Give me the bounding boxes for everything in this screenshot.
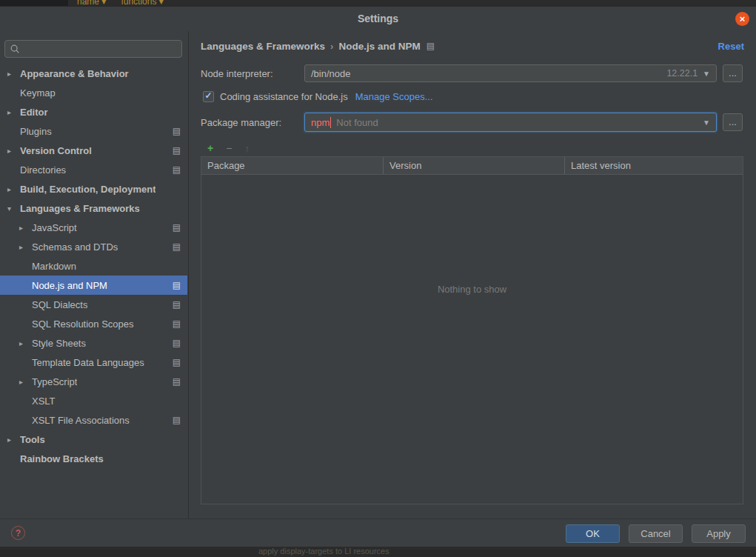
move-up-icon[interactable]: ↑ — [244, 144, 250, 153]
sidebar-item-version-control[interactable]: ▸Version Control▤ — [0, 141, 187, 160]
reset-link[interactable]: Reset — [718, 41, 744, 52]
settings-search-box[interactable] — [4, 40, 182, 58]
sidebar-item-label: Style Sheets — [32, 338, 86, 349]
sidebar-item-template-data-languages[interactable]: Template Data Languages▤ — [0, 353, 187, 372]
page-icon: ▤ — [173, 300, 181, 309]
package-manager-more-button[interactable]: ... — [723, 113, 743, 131]
page-icon: ▤ — [173, 358, 181, 367]
chevron-down-icon[interactable]: ▼ — [703, 119, 710, 127]
coding-assistance-label: Coding assistance for Node.js — [220, 91, 348, 102]
column-header-package[interactable]: Package — [201, 157, 384, 174]
column-header-version[interactable]: Version — [384, 157, 565, 174]
sidebar-item-label: Directories — [20, 164, 66, 176]
coding-assistance-row: ✓ Coding assistance for Node.js Manage S… — [203, 90, 433, 103]
sidebar-item-schemas-and-dtds[interactable]: ▸Schemas and DTDs▤ — [0, 237, 187, 256]
sidebar-item-editor[interactable]: ▸Editor — [0, 102, 187, 121]
chevron-right-icon[interactable]: ▸ — [19, 339, 32, 347]
background-top-strip: name ▾ functions ▾ — [0, 0, 756, 7]
help-icon: ? — [16, 528, 21, 538]
ok-button[interactable]: OK — [566, 524, 620, 543]
chevron-right-icon[interactable]: ▸ — [7, 436, 20, 444]
remove-package-icon[interactable]: − — [226, 143, 232, 153]
chevron-right-icon[interactable]: ▸ — [7, 108, 20, 116]
node-interpreter-combobox[interactable]: /bin/node 12.22.1 ▼ — [304, 64, 717, 82]
sidebar-item-sql-dialects[interactable]: SQL Dialects▤ — [0, 295, 187, 314]
dialog-title: Settings — [0, 13, 756, 24]
page-icon: ▤ — [173, 146, 181, 155]
sidebar-item-appearance-behavior[interactable]: ▸Appearance & Behavior — [0, 64, 187, 83]
sidebar-item-label: Build, Execution, Deployment — [20, 184, 155, 195]
sidebar-item-directories[interactable]: Directories▤ — [0, 160, 187, 179]
chevron-down-icon[interactable]: ▼ — [703, 70, 710, 78]
node-interpreter-label: Node interpreter: — [201, 68, 273, 79]
breadcrumb-parent[interactable]: Languages & Frameworks — [201, 41, 325, 52]
sidebar-item-keymap[interactable]: Keymap — [0, 83, 187, 102]
settings-dialog: Settings × ▸Appearance & BehaviorKeymap▸… — [0, 7, 756, 547]
chevron-right-icon[interactable]: ▸ — [7, 147, 20, 155]
dialog-titlebar[interactable]: Settings × — [0, 7, 756, 31]
screen: name ▾ functions ▾ Settings × ▸Appearanc… — [0, 0, 756, 557]
package-manager-value: npm — [311, 117, 330, 128]
package-manager-combo-right: ▼ — [703, 119, 710, 127]
background-statusbar-text: apply display-targets to LI resources — [258, 547, 389, 556]
background-corner — [0, 0, 68, 7]
coding-assistance-checkbox[interactable]: ✓ — [203, 91, 214, 102]
packages-table: PackageVersionLatest version Nothing to … — [201, 156, 743, 504]
breadcrumb-current: Node.js and NPM — [338, 41, 420, 52]
page-icon: ▤ — [173, 377, 181, 386]
packages-table-header: PackageVersionLatest version — [201, 157, 743, 175]
page-icon: ▤ — [173, 165, 181, 174]
sidebar-item-plugins[interactable]: Plugins▤ — [0, 121, 187, 141]
sidebar-item-languages-frameworks[interactable]: ▾Languages & Frameworks — [0, 199, 187, 218]
packages-table-body: Nothing to show — [201, 176, 743, 504]
package-manager-combobox[interactable]: npm Not found ▼ — [304, 113, 717, 132]
close-icon: × — [740, 14, 746, 24]
node-interpreter-more-button[interactable]: ... — [723, 64, 743, 82]
sidebar-item-build-execution-deployment[interactable]: ▸Build, Execution, Deployment — [0, 179, 187, 199]
sidebar-item-label: SQL Dialects — [32, 299, 87, 310]
sidebar-item-xslt-file-associations[interactable]: XSLT File Associations▤ — [0, 410, 187, 430]
sidebar-item-markdown[interactable]: Markdown — [0, 256, 187, 276]
sidebar-item-tools[interactable]: ▸Tools — [0, 430, 187, 449]
sidebar-item-label: Appearance & Behavior — [20, 68, 129, 79]
sidebar-item-sql-resolution-scopes[interactable]: SQL Resolution Scopes▤ — [0, 314, 187, 333]
sidebar-item-label: Rainbow Brackets — [20, 453, 104, 464]
sidebar-item-label: Languages & Frameworks — [20, 203, 140, 214]
node-interpreter-value: /bin/node — [311, 68, 351, 79]
sidebar-item-xslt[interactable]: XSLT — [0, 391, 187, 410]
chevron-down-icon[interactable]: ▾ — [7, 204, 20, 213]
sidebar-item-label: XSLT File Associations — [32, 415, 130, 426]
sidebar-item-label: Schemas and DTDs — [32, 241, 118, 253]
cancel-button[interactable]: Cancel — [629, 524, 683, 543]
page-icon: ▤ — [173, 127, 181, 136]
add-package-icon[interactable]: + — [207, 143, 213, 153]
chevron-right-icon[interactable]: ▸ — [7, 70, 20, 78]
apply-button[interactable]: Apply — [692, 524, 746, 543]
sidebar-item-label: Markdown — [32, 261, 76, 272]
settings-tree: ▸Appearance & BehaviorKeymap▸EditorPlugi… — [0, 64, 187, 468]
sidebar-item-label: XSLT — [32, 396, 56, 407]
dialog-footer: ? OK Cancel Apply — [0, 518, 756, 547]
sidebar-item-label: SQL Resolution Scopes — [32, 318, 134, 330]
manage-scopes-link[interactable]: Manage Scopes... — [355, 91, 433, 102]
column-header-latest-version[interactable]: Latest version — [565, 157, 743, 174]
sidebar-item-label: Node.js and NPM — [32, 280, 107, 291]
page-icon: ▤ — [173, 338, 181, 347]
sidebar-item-label: Version Control — [20, 145, 92, 156]
sidebar-item-javascript[interactable]: ▸JavaScript▤ — [0, 218, 187, 237]
sidebar-item-label: Tools — [20, 434, 45, 445]
sidebar-item-typescript[interactable]: ▸TypeScript▤ — [0, 372, 187, 391]
help-button[interactable]: ? — [11, 526, 25, 540]
sidebar-item-node-js-and-npm[interactable]: Node.js and NPM▤ — [0, 276, 187, 295]
chevron-right-icon[interactable]: ▸ — [7, 185, 20, 193]
close-button[interactable]: × — [735, 12, 749, 26]
sidebar-item-rainbow-brackets[interactable]: Rainbow Brackets — [0, 449, 187, 468]
sidebar-item-label: Template Data Languages — [32, 357, 144, 368]
chevron-right-icon[interactable]: ▸ — [19, 243, 32, 251]
chevron-right-icon[interactable]: ▸ — [19, 224, 32, 232]
search-input[interactable] — [24, 43, 177, 56]
page-icon: ▤ — [426, 41, 435, 50]
sidebar-item-style-sheets[interactable]: ▸Style Sheets▤ — [0, 333, 187, 353]
chevron-right-icon[interactable]: ▸ — [19, 378, 32, 386]
package-manager-label: Package manager: — [201, 117, 281, 128]
